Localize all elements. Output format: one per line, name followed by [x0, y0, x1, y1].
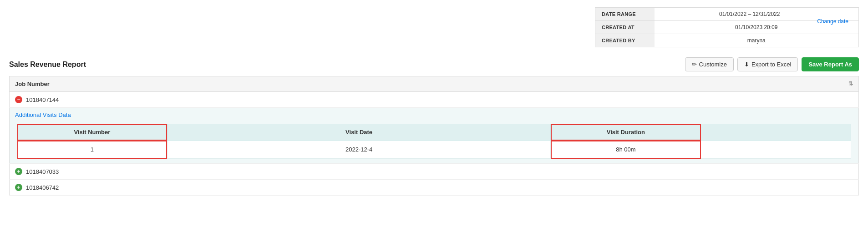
job-number-value: 1018407144	[26, 96, 59, 103]
visits-table-wrapper: Visit Number Visit Date Visit Duration 1…	[10, 121, 858, 163]
job-number-cell: + 1018407033	[10, 164, 859, 180]
job-number-cell: − 1018407144	[10, 92, 859, 108]
job-number-cell: + 1018406742	[10, 180, 859, 196]
toolbar: ✏ Customize ⬇ Export to Excel Save Repor…	[685, 57, 859, 71]
report-title: Sales Revenue Report	[9, 60, 86, 69]
visits-table: Visit Number Visit Date Visit Duration 1…	[17, 124, 851, 159]
info-label-created-by: CREATED BY	[595, 34, 655, 47]
info-label-date-range: DATE RANGE	[595, 8, 655, 21]
change-date-link[interactable]: Change date	[817, 18, 848, 25]
visit-extra-header	[701, 124, 851, 141]
info-row-date-range: DATE RANGE 01/01/2022 – 12/31/2022 Chang…	[595, 8, 859, 21]
info-row-created-by: CREATED BY maryna	[595, 34, 859, 47]
visit-duration-header: Visit Duration	[551, 124, 701, 141]
visit-date-header: Visit Date	[167, 124, 551, 141]
visit-extra-value	[701, 141, 851, 159]
customize-icon: ✏	[692, 61, 697, 68]
additional-visits-label: Additional Visits Data	[10, 108, 858, 121]
info-table-wrapper: DATE RANGE 01/01/2022 – 12/31/2022 Chang…	[595, 7, 859, 47]
visit-duration-value: 8h 00m	[551, 141, 701, 159]
export-to-excel-button[interactable]: ⬇ Export to Excel	[737, 57, 798, 71]
save-report-as-button[interactable]: Save Report As	[802, 57, 859, 71]
visits-data-row: 1 2022-12-4 8h 00m	[17, 141, 851, 159]
expand-icon[interactable]: +	[15, 168, 22, 175]
visit-number-header: Visit Number	[17, 124, 168, 141]
sort-icon[interactable]: ⇅	[848, 81, 853, 87]
main-table-header-row: Job Number ⇅	[10, 76, 859, 92]
info-value-created-by: maryna	[655, 34, 859, 47]
page-wrapper: DATE RANGE 01/01/2022 – 12/31/2022 Chang…	[0, 0, 868, 242]
table-row: + 1018407033	[10, 164, 859, 180]
download-icon: ⬇	[744, 61, 749, 68]
customize-button[interactable]: ✏ Customize	[685, 57, 734, 71]
job-number-value: 1018406742	[26, 184, 59, 191]
report-header-row: Sales Revenue Report ✏ Customize ⬇ Expor…	[9, 57, 859, 71]
table-row: + 1018406742	[10, 180, 859, 196]
table-row: − 1018407144	[10, 92, 859, 108]
expand-icon[interactable]: +	[15, 184, 22, 191]
visit-number-value: 1	[17, 141, 168, 159]
visit-date-value: 2022-12-4	[167, 141, 551, 159]
main-table: Job Number ⇅ − 1018407144 Additional Vis…	[9, 76, 859, 196]
job-number-header: Job Number ⇅	[10, 76, 859, 92]
info-value-date-range: 01/01/2022 – 12/31/2022 Change date	[655, 8, 859, 21]
job-number-value: 1018407033	[26, 168, 59, 175]
info-label-created-at: CREATED AT	[595, 21, 655, 34]
info-table: DATE RANGE 01/01/2022 – 12/31/2022 Chang…	[595, 7, 859, 47]
collapse-icon[interactable]: −	[15, 96, 22, 103]
visits-header-row: Visit Number Visit Date Visit Duration	[17, 124, 851, 141]
additional-visits-row: Additional Visits Data Visit Number Visi…	[10, 108, 859, 164]
